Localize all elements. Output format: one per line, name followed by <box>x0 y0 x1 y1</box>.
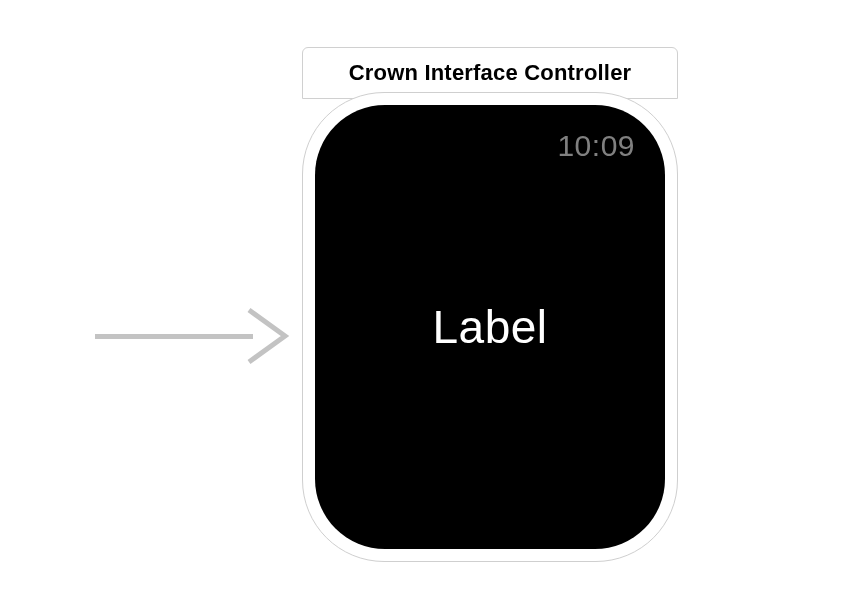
controller-title: Crown Interface Controller <box>303 48 677 98</box>
interface-label[interactable]: Label <box>432 300 547 354</box>
segue-arrow <box>95 306 295 366</box>
arrow-line <box>95 334 253 339</box>
watch-scene[interactable]: 10:09 Label <box>302 92 678 562</box>
status-bar-time: 10:09 <box>557 129 635 163</box>
watch-screen: 10:09 Label <box>315 105 665 549</box>
